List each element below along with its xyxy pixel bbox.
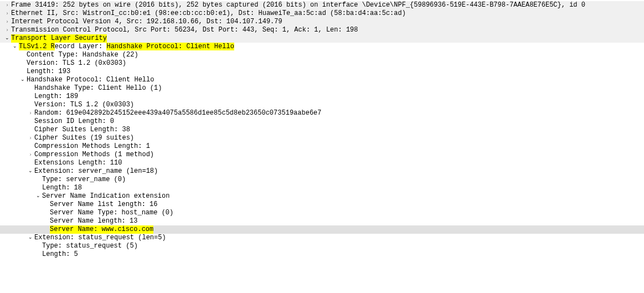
frame-summary-row[interactable]: › Frame 31419: 252 bytes on wire (2016 b… bbox=[0, 1, 644, 9]
tls-header-row[interactable]: ⌄ Transport Layer Security bbox=[0, 34, 644, 43]
chevron-right-icon[interactable]: › bbox=[3, 9, 11, 18]
tcp-summary-row[interactable]: › Transmission Control Protocol, Src Por… bbox=[0, 26, 644, 34]
chevron-right-icon[interactable]: › bbox=[3, 1, 11, 9]
ext-len: Extensions Length: 110 bbox=[34, 159, 122, 167]
record-length-row[interactable]: Length: 193 bbox=[0, 68, 644, 76]
eth-summary: Ethernet II, Src: WistronI_cc:b0:e1 (98:… bbox=[11, 9, 406, 18]
record-version-row[interactable]: Version: TLS 1.2 (0x0303) bbox=[0, 59, 644, 68]
sni-type: Server Name Type: host_name (0) bbox=[50, 209, 173, 217]
sni-name-len: Server Name length: 13 bbox=[50, 217, 137, 225]
sni-name-row[interactable]: Server Name: www.cisco.com bbox=[0, 225, 644, 234]
ext-servername-row[interactable]: ⌄ Extension: server_name (len=18) bbox=[0, 167, 644, 176]
comp-methods-row[interactable]: › Compression Methods (1 method) bbox=[0, 151, 644, 159]
status-type-row[interactable]: Type: status_request (5) bbox=[0, 242, 644, 250]
comp-len-row[interactable]: Compression Methods Length: 1 bbox=[0, 142, 644, 151]
sn-type: Type: server_name (0) bbox=[42, 176, 126, 184]
handshake-version: Version: TLS 1.2 (0x0303) bbox=[34, 101, 134, 109]
handshake-length-row[interactable]: Length: 189 bbox=[0, 92, 644, 101]
ext-len-row[interactable]: Extensions Length: 110 bbox=[0, 159, 644, 167]
sni-header: Server Name Indication extension bbox=[42, 192, 169, 201]
ext-status-row[interactable]: ⌄ Extension: status_request (len=5) bbox=[0, 234, 644, 242]
handshake-header: Handshake Protocol: Client Hello bbox=[27, 76, 154, 84]
sni-name-len-row[interactable]: Server Name length: 13 bbox=[0, 217, 644, 225]
sni-type-row[interactable]: Server Name Type: host_name (0) bbox=[0, 209, 644, 217]
cipher-suites-row[interactable]: › Cipher Suites (19 suites) bbox=[0, 134, 644, 142]
handshake-version-row[interactable]: Version: TLS 1.2 (0x0303) bbox=[0, 101, 644, 109]
ip-summary: Internet Protocol Version 4, Src: 192.16… bbox=[11, 18, 282, 26]
tls-record-label: TLSv1.2 Record Layer: Handshake Protocol… bbox=[19, 43, 234, 51]
sni-name: Server Name: www.cisco.com bbox=[50, 225, 153, 234]
status-type: Type: status_request (5) bbox=[42, 242, 138, 250]
handshake-type: Handshake Type: Client Hello (1) bbox=[34, 84, 162, 92]
session-id-len: Session ID Length: 0 bbox=[34, 117, 114, 126]
sn-type-row[interactable]: Type: server_name (0) bbox=[0, 176, 644, 184]
chevron-right-icon[interactable]: › bbox=[27, 109, 34, 117]
handshake-header-row[interactable]: ⌄ Handshake Protocol: Client Hello bbox=[0, 76, 644, 84]
status-length-row[interactable]: Length: 5 bbox=[0, 250, 644, 259]
sni-list-len: Server Name list length: 16 bbox=[50, 201, 157, 209]
tls-header: Transport Layer Security bbox=[11, 34, 107, 43]
ext-servername: Extension: server_name (len=18) bbox=[34, 167, 158, 176]
chevron-down-icon[interactable]: ⌄ bbox=[27, 167, 34, 175]
status-length: Length: 5 bbox=[42, 250, 78, 259]
chevron-down-icon[interactable]: ⌄ bbox=[3, 34, 11, 42]
record-length: Length: 193 bbox=[27, 68, 70, 76]
sni-list-len-row[interactable]: Server Name list length: 16 bbox=[0, 201, 644, 209]
tls-record-row[interactable]: ⌄ TLSv1.2 Record Layer: Handshake Protoc… bbox=[0, 43, 644, 51]
session-id-len-row[interactable]: Session ID Length: 0 bbox=[0, 117, 644, 126]
chevron-right-icon[interactable]: › bbox=[27, 134, 34, 142]
handshake-length: Length: 189 bbox=[34, 92, 78, 101]
sni-header-row[interactable]: ⌄ Server Name Indication extension bbox=[0, 192, 644, 201]
handshake-type-row[interactable]: Handshake Type: Client Hello (1) bbox=[0, 84, 644, 92]
cipher-suites: Cipher Suites (19 suites) bbox=[34, 134, 134, 142]
frame-summary: Frame 31419: 252 bytes on wire (2016 bit… bbox=[11, 1, 585, 9]
comp-methods: Compression Methods (1 method) bbox=[34, 151, 154, 159]
eth-summary-row[interactable]: › Ethernet II, Src: WistronI_cc:b0:e1 (9… bbox=[0, 9, 644, 18]
chevron-right-icon[interactable]: › bbox=[3, 18, 11, 26]
tcp-summary: Transmission Control Protocol, Src Port:… bbox=[11, 26, 358, 34]
chevron-down-icon[interactable]: ⌄ bbox=[19, 75, 27, 84]
chevron-right-icon[interactable]: › bbox=[3, 26, 11, 34]
random-row[interactable]: › Random: 619e042892b245152eee439a4075a5… bbox=[0, 109, 644, 117]
random: Random: 619e042892b245152eee439a4075a558… bbox=[34, 109, 321, 117]
record-version: Version: TLS 1.2 (0x0303) bbox=[27, 59, 126, 68]
ext-status: Extension: status_request (len=5) bbox=[34, 234, 166, 242]
cipher-len-row[interactable]: Cipher Suites Length: 38 bbox=[0, 126, 644, 134]
sn-length: Length: 18 bbox=[42, 184, 82, 192]
comp-len: Compression Methods Length: 1 bbox=[34, 142, 150, 151]
sn-length-row[interactable]: Length: 18 bbox=[0, 184, 644, 192]
chevron-down-icon[interactable]: ⌄ bbox=[34, 192, 42, 200]
content-type: Content Type: Handshake (22) bbox=[27, 51, 138, 59]
chevron-right-icon[interactable]: › bbox=[27, 151, 34, 159]
cipher-len: Cipher Suites Length: 38 bbox=[34, 126, 130, 134]
chevron-down-icon[interactable]: ⌄ bbox=[11, 42, 19, 50]
chevron-down-icon[interactable]: ⌄ bbox=[27, 233, 34, 241]
ip-summary-row[interactable]: › Internet Protocol Version 4, Src: 192.… bbox=[0, 18, 644, 26]
content-type-row[interactable]: Content Type: Handshake (22) bbox=[0, 51, 644, 59]
